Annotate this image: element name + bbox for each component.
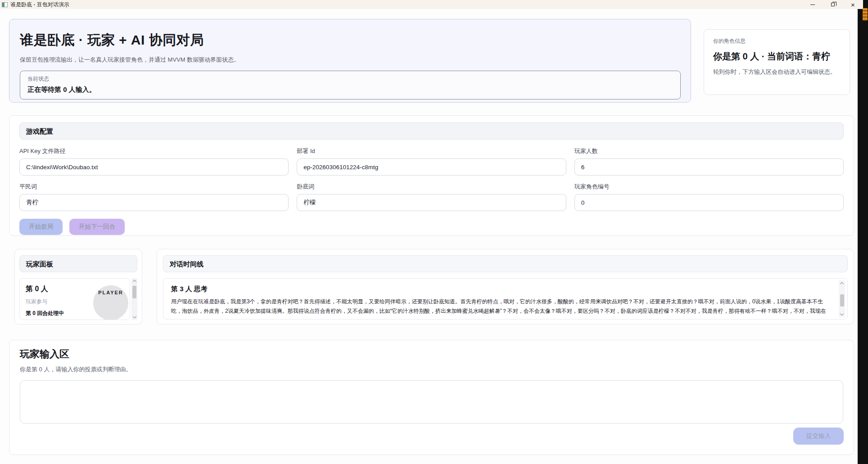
role-card-title: 你是第 0 人 · 当前词语：青柠: [713, 50, 841, 63]
status-text: 正在等待第 0 人输入。: [27, 86, 673, 94]
restore-button[interactable]: [823, 0, 843, 9]
close-button[interactable]: ×: [843, 0, 863, 9]
undercover-word-input[interactable]: [297, 194, 566, 211]
player-input-textarea[interactable]: [20, 380, 843, 423]
restore-icon: [831, 3, 835, 6]
minimize-button[interactable]: [802, 0, 823, 9]
player-count-input[interactable]: [574, 158, 844, 176]
timeline-header: 对话时间线: [163, 255, 848, 272]
page-subtitle: 保留豆包推理流输出，让一名真人玩家接管角色，并通过 MVVM 数据驱动界面状态。: [20, 56, 683, 64]
role-card-label: 你的角色信息: [713, 37, 841, 45]
timeline-entry: 第 3 人 思考 用户现在在玩谁是卧底，我是第3个，拿的是青柠对吧？首先得描述，…: [163, 278, 848, 320]
timeline-entry-title: 第 3 人 思考: [171, 285, 828, 293]
player-badge: PLAYER: [93, 290, 128, 295]
screen: 谁是卧底 - 豆包对话演示 × 谁是卧底 · 玩家 + AI 协同对局 保留豆包…: [0, 0, 868, 464]
config-grid: API Key 文件路径 部署 Id 玩家人数 平民词 卧底词: [19, 147, 844, 211]
hero-card: 谁是卧底 · 玩家 + AI 协同对局 保留豆包推理流输出，让一名真人玩家接管角…: [9, 19, 691, 103]
field-api-key-path: API Key 文件路径: [19, 147, 289, 176]
input-section-title: 玩家输入区: [20, 347, 843, 361]
scroll-down-icon[interactable]: [840, 312, 844, 315]
player-card: 第 0 人 玩家参与 第 0 回合处理中 PLAYER: [19, 278, 130, 320]
timeline-scrollbar[interactable]: [839, 280, 845, 317]
timeline-entry-text-line: 用户现在在玩谁是卧底，我是第3个，拿的是青柠对吧？首先得描述，不能太明显，又要给…: [171, 297, 828, 306]
config-buttons: 开始新局 开始下一回合: [19, 219, 844, 235]
role-card-note: 轮到你时，下方输入区会自动进入可编辑状态。: [713, 68, 841, 76]
timeline-entry-text-line: 吃，泡饮品，外皮青，2说夏天冷饮加提味清爽。那我得说点符合青柠的，又不会漏的，比…: [171, 306, 828, 316]
player-list: 第 0 人 玩家参与 第 0 回合处理中 PLAYER: [19, 278, 137, 320]
scroll-down-icon[interactable]: [132, 315, 136, 318]
start-next-round-button[interactable]: 开始下一回合: [69, 219, 125, 235]
players-header: 玩家面板: [19, 255, 137, 272]
player-role-index-input[interactable]: [574, 194, 844, 211]
players-panel: 玩家面板 第 0 人 玩家参与 第 0 回合处理中 PLAYER: [14, 249, 142, 324]
players-scrollbar[interactable]: [131, 278, 137, 320]
field-civilian-word: 平民词: [19, 183, 289, 211]
config-card: 游戏配置 API Key 文件路径 部署 Id 玩家人数 平民词: [9, 115, 854, 236]
input-section-subtitle: 你是第 0 人，请输入你的投票或判断理由。: [20, 365, 843, 374]
status-box: 当前状态 正在等待第 0 人输入。: [20, 71, 681, 99]
page-title: 谁是卧底 · 玩家 + AI 协同对局: [20, 31, 683, 50]
minimize-icon: [810, 5, 815, 5]
scroll-up-icon[interactable]: [132, 280, 136, 284]
field-player-count: 玩家人数: [574, 147, 844, 176]
field-deployment-id: 部署 Id: [297, 147, 566, 176]
civilian-word-input[interactable]: [19, 194, 289, 211]
timeline-panel: 对话时间线 第 3 人 思考 用户现在在玩谁是卧底，我是第3个，拿的是青柠对吧？…: [157, 249, 854, 324]
window-content: 谁是卧底 · 玩家 + AI 协同对局 保留豆包推理流输出，让一名真人玩家接管角…: [0, 9, 858, 464]
background-app-icon: [863, 8, 868, 21]
desktop-background-strip: [858, 0, 868, 464]
players-scrollbar-thumb[interactable]: [132, 286, 136, 298]
player-input-section: 玩家输入区 你是第 0 人，请输入你的投票或判断理由。 提交输入: [9, 340, 854, 455]
app-icon: [2, 2, 8, 7]
window-controls: ×: [802, 0, 863, 9]
scroll-up-icon[interactable]: [840, 282, 844, 286]
close-icon: ×: [851, 1, 855, 8]
field-player-role-index: 玩家角色编号: [574, 183, 844, 211]
timeline-scrollbar-thumb[interactable]: [840, 294, 844, 306]
start-new-game-button[interactable]: 开始新局: [19, 219, 63, 235]
field-undercover-word: 卧底词: [297, 183, 566, 211]
role-card: 你的角色信息 你是第 0 人 · 当前词语：青柠 轮到你时，下方输入区会自动进入…: [704, 29, 850, 95]
status-label: 当前状态: [27, 75, 673, 83]
api-key-path-input[interactable]: [19, 158, 289, 176]
deployment-id-input[interactable]: [297, 158, 566, 176]
config-header: 游戏配置: [19, 122, 844, 140]
titlebar: 谁是卧底 - 豆包对话演示 ×: [0, 0, 863, 9]
submit-input-button[interactable]: 提交输入: [793, 428, 844, 445]
window-title: 谁是卧底 - 豆包对话演示: [10, 1, 69, 9]
